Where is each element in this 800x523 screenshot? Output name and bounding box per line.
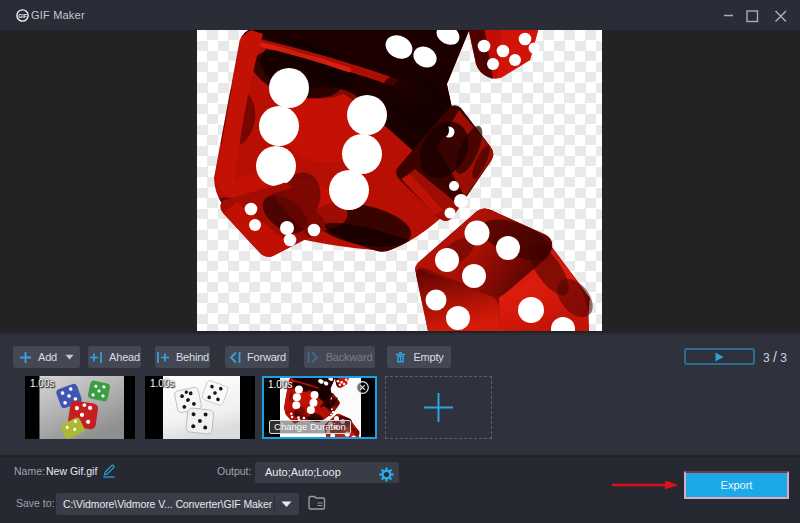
svg-text:GIF: GIF <box>18 13 27 19</box>
